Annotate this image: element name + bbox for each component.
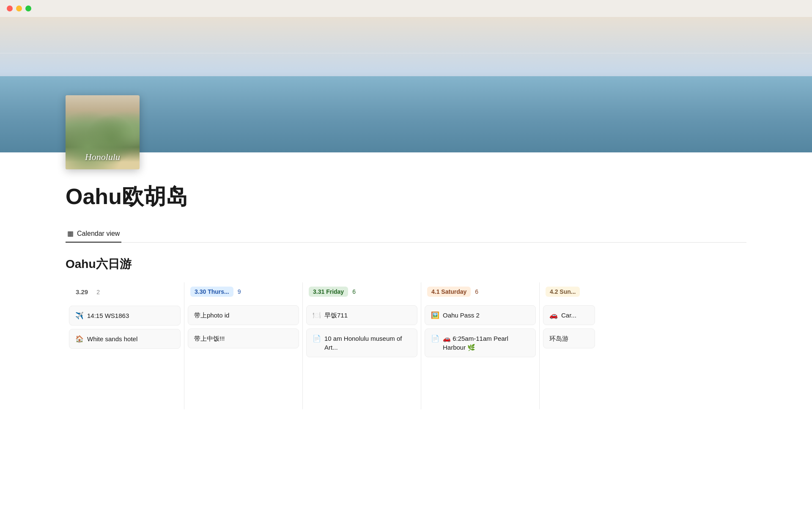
traffic-light-yellow[interactable] bbox=[16, 6, 22, 11]
traffic-light-green[interactable] bbox=[25, 6, 31, 11]
card-photo-id-text: 带上photo id bbox=[194, 311, 293, 320]
main-content: Oahu欧胡岛 ▦ Calendar view Oahu六日游 3.29 2 ✈… bbox=[0, 152, 812, 426]
day-header-41: 4.1 Saturday 6 bbox=[421, 282, 539, 301]
hotel-icon: 🏠 bbox=[75, 335, 84, 343]
day-header-42: 4.2 Sun... bbox=[540, 282, 598, 301]
card-pearl-harbour-text: 🚗 6:25am-11am Pearl Harbour 🌿 bbox=[443, 334, 529, 352]
cover-title: Honolulu bbox=[85, 152, 120, 163]
card-hotel-text: White sands hotel bbox=[87, 334, 174, 343]
card-car[interactable]: 🚗 Car... bbox=[543, 305, 595, 325]
card-oahu-pass[interactable]: 🖼️ Oahu Pass 2 bbox=[425, 305, 536, 325]
car-icon: 🚗 bbox=[549, 311, 558, 319]
page-title: Oahu欧胡岛 bbox=[66, 182, 746, 212]
day-column-41: 4.1 Saturday 6 🖼️ Oahu Pass 2 📄 🚗 6:25am… bbox=[421, 282, 539, 409]
day-column-331: 3.31 Friday 6 🍽️ 早饭711 📄 10 am Honolulu … bbox=[302, 282, 421, 409]
day-count-329: 2 bbox=[96, 289, 100, 295]
day-count-41: 6 bbox=[475, 288, 478, 295]
titlebar bbox=[0, 0, 812, 17]
section-heading: Oahu六日游 bbox=[66, 256, 746, 272]
calendar-grid: 3.29 2 ✈️ 14:15 WS1863 🏠 White sands hot… bbox=[66, 282, 746, 409]
tabs-bar: ▦ Calendar view bbox=[66, 225, 746, 243]
day-header-331: 3.31 Friday 6 bbox=[303, 282, 421, 301]
cover-image: Honolulu bbox=[66, 95, 140, 169]
card-breakfast-text: 早饭711 bbox=[324, 311, 411, 320]
card-museum-text: 10 am Honolulu museum of Art... bbox=[324, 334, 411, 352]
tab-calendar[interactable]: ▦ Calendar view bbox=[66, 225, 121, 243]
card-flight-text: 14:15 WS1863 bbox=[87, 311, 174, 320]
doc2-icon: 📄 bbox=[431, 334, 439, 342]
day-header-330: 3.30 Thurs... 9 bbox=[184, 282, 302, 301]
card-lunch[interactable]: 带上中饭!!! bbox=[188, 329, 299, 348]
day-header-329: 3.29 2 bbox=[66, 282, 184, 301]
dining-icon: 🍽️ bbox=[313, 311, 321, 319]
day-date-329: 3.29 bbox=[71, 287, 92, 297]
doc-icon: 📄 bbox=[313, 334, 321, 342]
cover-image-container: Honolulu bbox=[66, 95, 140, 169]
day-date-41: 4.1 Saturday bbox=[427, 287, 471, 297]
card-oahu-pass-text: Oahu Pass 2 bbox=[443, 311, 529, 320]
day-column-330: 3.30 Thurs... 9 带上photo id 带上中饭!!! bbox=[184, 282, 302, 409]
day-date-331: 3.31 Friday bbox=[309, 287, 348, 297]
card-museum[interactable]: 📄 10 am Honolulu museum of Art... bbox=[306, 329, 417, 357]
calendar-icon: ▦ bbox=[67, 229, 74, 237]
day-count-330: 9 bbox=[238, 288, 241, 295]
day-count-331: 6 bbox=[352, 288, 356, 295]
card-island-tour-text: 环岛游 bbox=[549, 334, 589, 343]
tab-calendar-label: Calendar view bbox=[77, 230, 120, 237]
traffic-light-red[interactable] bbox=[7, 6, 13, 11]
card-flight[interactable]: ✈️ 14:15 WS1863 bbox=[69, 306, 181, 326]
day-column-42: 4.2 Sun... 🚗 Car... 环岛游 bbox=[539, 282, 598, 409]
image-icon: 🖼️ bbox=[431, 311, 439, 319]
card-pearl-harbour[interactable]: 📄 🚗 6:25am-11am Pearl Harbour 🌿 bbox=[425, 329, 536, 357]
card-photo-id[interactable]: 带上photo id bbox=[188, 305, 299, 325]
card-car-text: Car... bbox=[561, 311, 589, 320]
card-breakfast[interactable]: 🍽️ 早饭711 bbox=[306, 305, 417, 325]
card-lunch-text: 带上中饭!!! bbox=[194, 334, 293, 343]
card-island-tour[interactable]: 环岛游 bbox=[543, 329, 595, 348]
day-date-330: 3.30 Thurs... bbox=[190, 287, 233, 297]
flight-icon: ✈️ bbox=[75, 312, 84, 320]
hero-banner: Honolulu bbox=[0, 17, 812, 152]
day-date-42: 4.2 Sun... bbox=[546, 287, 580, 297]
card-hotel[interactable]: 🏠 White sands hotel bbox=[69, 329, 181, 349]
day-column-329: 3.29 2 ✈️ 14:15 WS1863 🏠 White sands hot… bbox=[66, 282, 184, 409]
